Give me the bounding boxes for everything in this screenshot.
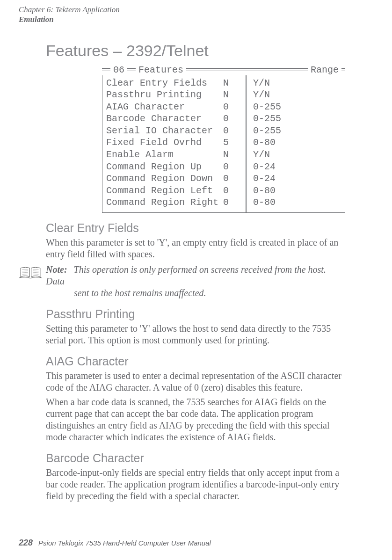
clear-entry-fields-body: When this parameter is set to 'Y', an em… (46, 237, 346, 260)
table-row: Command Region Left00-80 (106, 185, 341, 197)
page-number: 228 (19, 538, 38, 547)
table-row: Barcode Character00-255 (106, 113, 341, 125)
table-row: AIAG Character00-255 (106, 101, 341, 113)
section-label: Emulation (19, 15, 373, 24)
note-body-2: sent to the host remains unaffected. (46, 287, 346, 299)
page-header: Chapter 6: Tekterm Application Emulation (0, 5, 392, 25)
page-footer: 228Psion Teklogix 7535 Hand-Held Compute… (19, 538, 211, 548)
chapter-label: Chapter 6: Tekterm Application (19, 5, 373, 15)
table-row: Command Region Up00-24 (106, 161, 341, 173)
note-body-1: This operation is only performed on scre… (46, 264, 326, 286)
range-label: Range (308, 65, 341, 75)
box-title: Features (136, 65, 186, 75)
aiag-character-heading: AIAG Character (46, 355, 346, 368)
section-title: Features – 2392/Telnet (46, 42, 346, 60)
table-row: Command Region Right00-80 (106, 196, 341, 209)
passthru-printing-heading: Passthru Printing (46, 307, 346, 321)
table-row: Fixed Field Ovrhd50-80 (106, 137, 341, 149)
box-title-bar: 06 Features Range (102, 65, 345, 75)
note-text: Note:This operation is only performed on… (46, 264, 346, 299)
clear-entry-fields-heading: Clear Entry Fields (46, 221, 346, 235)
passthru-printing-body: Setting this parameter to 'Y' allows the… (46, 323, 346, 346)
box-body: Clear Entry FieldsNY/N Passthru Printing… (102, 75, 345, 213)
manual-name: Psion Teklogix 7535 Hand-Held Computer U… (38, 539, 211, 547)
barcode-character-body: Barcode-input-only fields are special en… (46, 467, 346, 502)
box-number: 06 (110, 65, 127, 75)
vertical-divider (246, 75, 247, 213)
note-label: Note: (46, 264, 74, 275)
features-box: 06 Features Range Clear Entry FieldsNY/N… (102, 65, 345, 213)
aiag-character-body-1: This parameter is used to enter a decima… (46, 370, 346, 393)
table-row: Command Region Down00-24 (106, 173, 341, 185)
barcode-character-heading: Barcode Character (46, 451, 346, 465)
table-row: Enable AlarmNY/N (106, 149, 341, 161)
note-block: Note:This operation is only performed on… (19, 264, 346, 299)
aiag-character-body-2: When a bar code data is scanned, the 753… (46, 396, 346, 443)
table-row: Clear Entry FieldsNY/N (106, 77, 341, 89)
table-row: Serial IO Character00-255 (106, 125, 341, 137)
table-row: Passthru PrintingNY/N (106, 89, 341, 101)
book-icon (19, 265, 42, 299)
